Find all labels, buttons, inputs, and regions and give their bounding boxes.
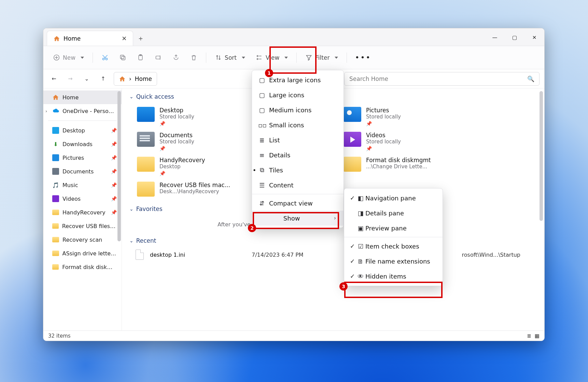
close-button[interactable]: ✕ <box>524 29 544 46</box>
main-scrollbar[interactable] <box>540 91 543 221</box>
filter-button[interactable]: Filter <box>300 51 343 64</box>
tab-home[interactable]: Home ✕ <box>47 31 133 46</box>
quick-tile-videos[interactable]: VideosStored locally📌 <box>342 129 460 154</box>
check-icon: ✓ <box>349 243 356 250</box>
tile-sub: Stored locally <box>159 114 194 120</box>
menu-small-icons[interactable]: ▫▫Small icons <box>252 117 344 132</box>
minimize-button[interactable]: — <box>485 29 505 46</box>
sidebar-item-home[interactable]: Home <box>43 90 122 104</box>
breadcrumb-location: Home <box>135 75 152 82</box>
onedrive-icon <box>52 109 59 113</box>
home-icon <box>119 76 126 82</box>
submenu-details-pane[interactable]: ◨Details pane <box>344 206 443 221</box>
sort-icon <box>215 54 222 61</box>
quick-tile-desktop[interactable]: DesktopStored locally📌 <box>136 104 253 129</box>
sidebar-item-recovery-scan[interactable]: Recovery scan <box>43 233 122 246</box>
thumbnails-view-toggle[interactable]: ▦ <box>535 333 540 339</box>
menu-content[interactable]: ☰Content <box>252 178 344 193</box>
sidebar-item-videos[interactable]: Videos📌 <box>43 192 122 206</box>
pane-icon: ◨ <box>357 210 364 217</box>
sidebar-item-recover-usb[interactable]: Recover USB files ma <box>43 219 122 233</box>
sidebar-scrollbar[interactable] <box>117 91 121 241</box>
pane-icon: ▣ <box>357 225 364 232</box>
expand-icon[interactable]: › <box>45 109 47 114</box>
menu-compact-view[interactable]: ⇵Compact view <box>252 196 344 211</box>
tab-close-icon[interactable]: ✕ <box>122 35 127 42</box>
new-button[interactable]: New <box>48 51 89 64</box>
submenu-navigation-pane[interactable]: ✓◧Navigation pane <box>344 190 443 206</box>
sidebar-item-handyrecovery[interactable]: HandyRecovery📌 <box>43 206 122 219</box>
breadcrumb[interactable]: › Home <box>114 72 157 86</box>
view-button[interactable]: View <box>251 51 293 64</box>
up-button[interactable]: ↑ <box>97 73 109 85</box>
recent-locations-button[interactable]: ⌄ <box>81 73 93 85</box>
rename-button[interactable] <box>150 51 167 64</box>
paste-button[interactable] <box>132 51 149 64</box>
chevron-down-icon: ⌄ <box>129 206 134 212</box>
menu-medium-icons[interactable]: ▢Medium icons <box>252 102 344 117</box>
cut-button[interactable] <box>97 51 113 64</box>
quick-tile-recover-usb[interactable]: Recover USB files mac...Desk...\HandyRec… <box>136 179 253 199</box>
sidebar-item-music[interactable]: 🎵Music📌 <box>43 178 122 192</box>
submenu-item-checkboxes[interactable]: ✓☑Item check boxes <box>344 239 443 254</box>
chevron-right-icon: › <box>334 215 336 221</box>
tile-sub: Stored locally <box>366 114 401 120</box>
folder-icon <box>137 132 155 147</box>
back-button[interactable]: ← <box>48 73 60 85</box>
quick-tile-format-disk[interactable]: Format disk diskmgmt...\Change Drive Let… <box>342 154 460 179</box>
sidebar-item-assign-drive[interactable]: ASsign drive letter d <box>43 246 122 260</box>
folder-icon <box>52 210 59 215</box>
delete-button[interactable] <box>185 51 202 64</box>
pin-icon: 📌 <box>111 196 117 201</box>
quick-tile-documents[interactable]: DocumentsStored locally📌 <box>136 129 253 154</box>
sidebar-item-onedrive[interactable]: › OneDrive - Personal <box>43 104 122 118</box>
menu-details[interactable]: ≡Details <box>252 147 344 162</box>
toolbar: New Sort View Filter ••• <box>43 46 544 69</box>
scissors-icon <box>101 54 109 61</box>
more-button[interactable]: ••• <box>351 53 375 62</box>
svg-point-9 <box>257 58 258 60</box>
home-icon <box>53 36 60 42</box>
quick-tile-pictures[interactable]: PicturesStored locally📌 <box>342 104 460 129</box>
sidebar-item-pictures[interactable]: Pictures📌 <box>43 151 122 165</box>
menu-label: File name extensions <box>365 258 430 265</box>
search-input[interactable]: Search Home 🔍 <box>344 72 540 86</box>
submenu-file-extensions[interactable]: ✓🗎File name extensions <box>344 254 443 269</box>
menu-label: Medium icons <box>269 107 311 114</box>
new-tab-button[interactable]: ＋ <box>133 31 148 46</box>
check-icon: ✓ <box>349 273 356 280</box>
clipboard-icon <box>137 54 144 61</box>
menu-large-icons[interactable]: ▢Large icons <box>252 87 344 102</box>
menu-list[interactable]: ≣List <box>252 132 344 147</box>
submenu-hidden-items[interactable]: ✓👁Hidden items <box>344 269 443 284</box>
small-icon: ▫▫ <box>258 122 266 129</box>
recent-row[interactable]: desktop 1.ini 7/14/2023 6:47 PM rosoft\W… <box>122 247 544 263</box>
recent-date: 7/14/2023 6:47 PM <box>252 252 304 258</box>
search-placeholder: Search Home <box>349 75 388 82</box>
menu-show[interactable]: Show› <box>252 211 344 226</box>
large-icon: ▢ <box>258 91 266 99</box>
file-explorer-window: Home ✕ ＋ — ▢ ✕ New Sort View <box>43 28 545 341</box>
copy-button[interactable] <box>114 51 131 64</box>
forward-button[interactable]: → <box>65 73 76 85</box>
sidebar-item-label: Desktop <box>62 127 85 134</box>
submenu-preview-pane[interactable]: ▣Preview pane <box>344 221 443 236</box>
view-icon <box>256 54 263 61</box>
pin-icon: 📌 <box>111 182 117 188</box>
sidebar-item-desktop[interactable]: Desktop📌 <box>43 124 122 137</box>
share-button[interactable] <box>168 51 184 64</box>
sidebar-separator <box>48 121 117 121</box>
sort-button[interactable]: Sort <box>210 51 250 64</box>
details-view-toggle[interactable]: ≣ <box>527 333 531 339</box>
sidebar-item-documents[interactable]: Documents📌 <box>43 165 122 178</box>
menu-tiles[interactable]: •⧉Tiles <box>252 162 344 178</box>
show-submenu: ✓◧Navigation pane ◨Details pane ▣Preview… <box>344 188 443 286</box>
documents-icon <box>52 168 59 175</box>
section-recent[interactable]: ⌄ Recent <box>122 232 544 247</box>
sidebar-item-downloads[interactable]: ⬇Downloads📌 <box>43 137 122 151</box>
sidebar-item-format-disk[interactable]: Format disk diskmgn <box>43 260 122 274</box>
quick-tile-handyrecovery[interactable]: HandyRecoveryDesktop📌 <box>136 154 253 179</box>
maximize-button[interactable]: ▢ <box>505 29 524 46</box>
svg-rect-4 <box>121 55 124 59</box>
annotation-badge-2: 2 <box>248 224 256 232</box>
